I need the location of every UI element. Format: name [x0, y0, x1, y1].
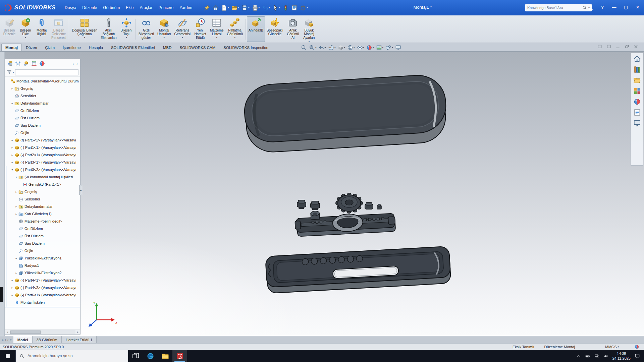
model-tab-nav-3[interactable]: »	[10, 338, 12, 342]
tree-item-part6-1-varsayılan-varsayı[interactable]: ▸(-) Part6<1> (Varsayılan<<Varsayı	[5, 291, 80, 299]
3d-part-top-cover[interactable]	[243, 74, 448, 154]
expand-arrow[interactable]: ▸	[10, 294, 14, 297]
dropdown-arrow[interactable]: ▾	[307, 6, 308, 9]
ribbon-button-referans-geometrisi[interactable]: Referans Geometrisi▾	[173, 16, 192, 42]
tab-düzen[interactable]: Düzen	[22, 44, 41, 51]
dropdown-arrow[interactable]: ▾	[392, 46, 393, 49]
ribbon-button-yeni-hareket-etüdü[interactable]: Yeni Hareket Etüdü	[192, 16, 208, 42]
hu-zoom-area-button[interactable]: ▾	[309, 44, 317, 51]
notification-center-icon[interactable]	[635, 353, 640, 359]
ribbon-button-bileşen-ekle[interactable]: Bileşen Ekle▾	[17, 16, 34, 42]
taskpane-tp-library[interactable]	[633, 66, 641, 73]
expand-arrow[interactable]: ▸	[10, 87, 14, 90]
filter-dropdown-arrow[interactable]: ▾	[13, 71, 14, 74]
tree-item-üst-düzlem[interactable]: Üst Düzlem	[5, 232, 80, 240]
dropdown-arrow[interactable]: ▾	[325, 46, 326, 49]
dropdown-arrow[interactable]: ▾	[238, 6, 239, 9]
ribbon-button-doğrusal-bileşen-çoğaltma[interactable]: Doğrusal Bileşen Çoğaltma▾	[70, 16, 99, 42]
expand-arrow[interactable]: ▸	[14, 190, 18, 193]
dropdown-arrow[interactable]: ▾	[84, 36, 86, 39]
tree-item-montaj1-varsayılan-görüntü-durum[interactable]: Montaj1 (Varsayılan<<Görüntü Durum	[5, 77, 80, 85]
ribbon-button-bileşeni-taşı[interactable]: Bileşeni Taşı▾	[118, 16, 135, 42]
model-tab-nav-2[interactable]: ›	[7, 338, 8, 342]
menu-yardım[interactable]: Yardım	[176, 4, 195, 12]
tree-item-part3-1-varsayılan-varsayı[interactable]: ▸(-) Part3<1> (Varsayılan<<Varsayı	[5, 159, 80, 166]
graphics-area[interactable]: y x	[0, 52, 644, 336]
qa-save-button[interactable]: ▾	[240, 4, 251, 12]
doc-window-frame-button[interactable]	[606, 44, 611, 49]
start-button[interactable]	[0, 350, 15, 362]
tab-çizim[interactable]: Çizim	[41, 44, 59, 51]
maximize-button[interactable]: ▢	[623, 4, 629, 11]
qa-rebuild-button[interactable]	[281, 4, 290, 12]
tree-item-malzeme-belirli-değil[interactable]: Malzeme <belirli değil>	[5, 218, 80, 225]
expand-arrow[interactable]: ▸	[14, 213, 18, 216]
tree-item-part4-1-varsayılan-varsayı[interactable]: ▸(-) Part4<1> (Varsayılan<<Varsayı	[5, 277, 80, 284]
tree-item-genişlik3-part1-1[interactable]: Genişlik3 (Part1<1>	[5, 181, 80, 188]
scrollbar-track[interactable]	[10, 330, 75, 334]
panel-tab-ft-display[interactable]	[39, 60, 45, 67]
dropdown-arrow[interactable]: ▾	[126, 36, 127, 39]
tree-item-part3-2-varsayılan-varsayı[interactable]: ▾(-) Part3<2> (Varsayılan<<Varsayı	[5, 166, 80, 173]
panel-tab-ft-dimx[interactable]	[31, 60, 37, 67]
dropdown-arrow[interactable]: ▾	[25, 36, 26, 39]
tab-hesapla[interactable]: Hesapla	[85, 44, 107, 51]
dropdown-arrow[interactable]: ▾	[259, 6, 260, 9]
tree-item-katı-gövdeler-1[interactable]: ▸Katı Gövdeler(1)	[5, 210, 80, 218]
dropdown-arrow[interactable]: ▾	[363, 46, 365, 49]
scroll-left-arrow[interactable]: ◂	[5, 330, 10, 334]
tree-item-detaylandırmalar[interactable]: ▸ADetaylandırmalar	[5, 100, 80, 107]
dropdown-arrow[interactable]: ▾	[382, 46, 384, 49]
taskpane-tp-home[interactable]	[633, 55, 641, 63]
ribbon-button-patlatma-görünümü[interactable]: Patlatma Görünümü▾	[225, 16, 245, 42]
units-selector[interactable]: MMGS▾	[605, 345, 619, 349]
dropdown-arrow[interactable]: ▾	[164, 36, 165, 39]
3d-part-base-tray[interactable]	[265, 246, 451, 293]
filter-funnel-icon[interactable]	[7, 70, 12, 75]
model-tab-model[interactable]: Model	[13, 336, 33, 343]
minimize-button[interactable]: —	[611, 4, 617, 11]
model-tab-3b-görünüm[interactable]: 3B Görünüm	[33, 336, 62, 343]
doc-restore-button[interactable]	[624, 44, 630, 49]
dropdown-arrow[interactable]: ▾	[228, 6, 229, 9]
tray-network-icon[interactable]	[594, 354, 599, 359]
dropdown-arrow[interactable]: ▾	[309, 40, 310, 43]
tray-battery-icon[interactable]	[585, 354, 590, 359]
expand-arrow[interactable]: ▾	[14, 176, 18, 179]
hu-zoom-fit-button[interactable]	[301, 44, 307, 51]
hu-view-settings-button[interactable]: ▾	[385, 44, 393, 51]
qa-home-button[interactable]	[211, 4, 220, 12]
tree-item-yükseklik-ekstrüzyon1[interactable]: ▸Yükseklik-Ekstrüzyon1	[5, 254, 80, 262]
tree-item-part1-1-varsayılan-varsayı[interactable]: ▸(-) Part1<1> (Varsayılan<<Varsayı	[5, 144, 80, 151]
3d-part-peg[interactable]	[377, 204, 381, 209]
tree-item-f-part5-1-varsayılan-varsayı[interactable]: ▸(f) Part5<1> (Varsayılan<<Varsayı	[5, 136, 80, 144]
tree-item-geçmiş[interactable]: ▸Geçmiş	[5, 188, 80, 195]
dropdown-arrow[interactable]: ▾	[315, 46, 317, 49]
tab-i-şaretleme[interactable]: İşaretleme	[59, 44, 85, 51]
dropdown-arrow[interactable]: ▾	[182, 36, 183, 39]
tree-item-sağ-düzlem[interactable]: Sağ Düzlem	[5, 122, 80, 129]
tree-item-part2-1-varsayılan-varsayı[interactable]: ▸(-) Part2<1> (Varsayılan<<Varsayı	[5, 151, 80, 159]
qa-doc-props-button[interactable]	[290, 4, 299, 12]
expand-arrow[interactable]: ▸	[10, 161, 14, 164]
dropdown-arrow[interactable]: ▾	[216, 36, 218, 39]
tree-horizontal-scrollbar[interactable]: ◂ ▸	[5, 329, 80, 334]
tree-item-şu-konumdaki-montaj-ilişkileri[interactable]: ▾Şu konumdaki montaj ilişkileri	[5, 173, 80, 181]
model-tab-nav-0[interactable]: «	[2, 338, 4, 342]
dropdown-arrow[interactable]: ▾	[354, 46, 355, 49]
panel-tab-ft-config[interactable]	[23, 60, 29, 67]
qa-pin-button[interactable]	[203, 4, 211, 12]
close-button[interactable]: ✕	[635, 4, 641, 11]
tree-item-sensörler[interactable]: Sensörler	[5, 92, 80, 100]
hu-section-button[interactable]: ▾	[328, 44, 336, 51]
help-button[interactable]: ?	[599, 4, 605, 11]
ribbon-button-malzeme-listesi[interactable]: Malzeme Listesi▾	[208, 16, 225, 42]
tree-item-detaylandırmalar[interactable]: ▸ADetaylandırmalar	[5, 203, 80, 210]
tree-item-radyus1[interactable]: Radyus1	[5, 262, 80, 269]
taskpane-tp-explorer[interactable]	[633, 76, 641, 84]
expand-arrow[interactable]: ▾	[10, 168, 14, 171]
person-button[interactable]	[588, 4, 594, 10]
doc-close-x-button[interactable]	[633, 44, 639, 49]
tree-item-sağ-düzlem[interactable]: Sağ Düzlem	[5, 240, 80, 247]
menu-görünüm[interactable]: Görünüm	[100, 4, 123, 12]
